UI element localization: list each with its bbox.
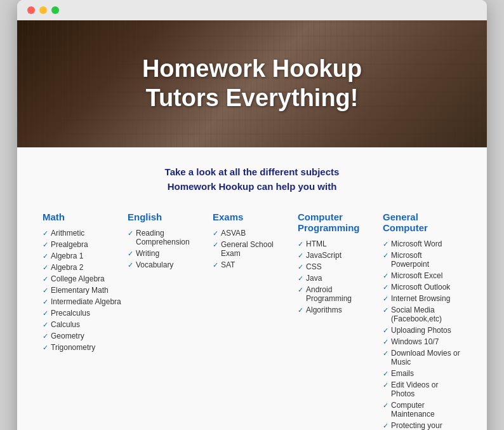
list-item: Algorithms (298, 306, 376, 314)
close-icon[interactable] (27, 6, 35, 14)
content-area: Take a look at all the different subject… (17, 147, 487, 430)
column-list: HTMLJavaScriptCSSJavaAndroid Programming… (298, 239, 376, 314)
subtitle: Take a look at all the different subject… (43, 165, 461, 194)
column-title: General Computer (383, 212, 461, 233)
list-item: Microsoft Word (383, 239, 461, 248)
list-item: Reading Comprehension (128, 229, 206, 246)
maximize-icon[interactable] (51, 6, 59, 14)
list-item: Edit Videos or Photos (383, 380, 461, 398)
list-item: HTML (298, 239, 376, 248)
column-list: Microsoft WordMicrosoft PowerpointMicros… (383, 239, 461, 430)
column-list: Reading ComprehensionWritingVocabulary (128, 229, 206, 269)
browser-window-wrapper: Homework Hookup Tutors Everything! Take … (17, 0, 487, 430)
column-list: ArithmeticPrealgebraAlgebra 1Algebra 2Co… (43, 229, 121, 352)
list-item: Algebra 2 (43, 263, 121, 272)
column-title: Exams (213, 212, 291, 222)
list-item: Uploading Photos (383, 326, 461, 335)
list-item: Android Programming (298, 285, 376, 303)
list-item: Elementary Math (43, 286, 121, 295)
list-item: Computer Maintenance (383, 401, 461, 419)
list-item: Calculus (43, 320, 121, 329)
browser-titlebar (17, 0, 487, 20)
list-item: Internet Browsing (383, 294, 461, 303)
subject-column: ExamsASVABGeneral School ExamSAT (213, 212, 291, 272)
list-item: Microsoft Powerpoint (383, 251, 461, 269)
list-item: Social Media (Facebook,etc) (383, 306, 461, 323)
column-title: Computer Programming (298, 212, 376, 233)
subjects-grid: MathArithmeticPrealgebraAlgebra 1Algebra… (43, 212, 461, 430)
list-item: ASVAB (213, 229, 291, 238)
list-item: Arithmetic (43, 229, 121, 238)
list-item: Microsoft Outlook (383, 283, 461, 292)
subject-column: Computer ProgrammingHTMLJavaScriptCSSJav… (298, 212, 376, 317)
list-item: Download Movies or Music (383, 349, 461, 366)
list-item: Protecting your Personal Data (383, 421, 461, 430)
list-item: College Algebra (43, 274, 121, 283)
list-item: Java (298, 274, 376, 283)
subject-column: EnglishReading ComprehensionWritingVocab… (128, 212, 206, 272)
browser-window: Homework Hookup Tutors Everything! Take … (17, 0, 487, 430)
list-item: Emails (383, 369, 461, 378)
list-item: Microsoft Excel (383, 271, 461, 280)
list-item: Geometry (43, 332, 121, 340)
column-title: Math (43, 212, 121, 222)
minimize-icon[interactable] (39, 6, 47, 14)
list-item: Intermediate Algebra (43, 297, 121, 306)
list-item: Windows 10/7 (383, 337, 461, 346)
list-item: General School Exam (213, 240, 291, 258)
list-item: JavaScript (298, 251, 376, 260)
subject-column: General ComputerMicrosoft WordMicrosoft … (383, 212, 461, 430)
list-item: Algebra 1 (43, 252, 121, 260)
list-item: Trigonometry (43, 343, 121, 352)
hero-banner: Homework Hookup Tutors Everything! (17, 20, 487, 147)
list-item: Writing (128, 249, 206, 258)
list-item: CSS (298, 262, 376, 271)
list-item: Precalculus (43, 309, 121, 318)
column-list: ASVABGeneral School ExamSAT (213, 229, 291, 269)
list-item: Prealgebra (43, 240, 121, 249)
list-item: Vocabulary (128, 260, 206, 269)
list-item: SAT (213, 260, 291, 269)
subject-column: MathArithmeticPrealgebraAlgebra 1Algebra… (43, 212, 121, 354)
column-title: English (128, 212, 206, 222)
hero-title: Homework Hookup Tutors Everything! (142, 55, 362, 112)
